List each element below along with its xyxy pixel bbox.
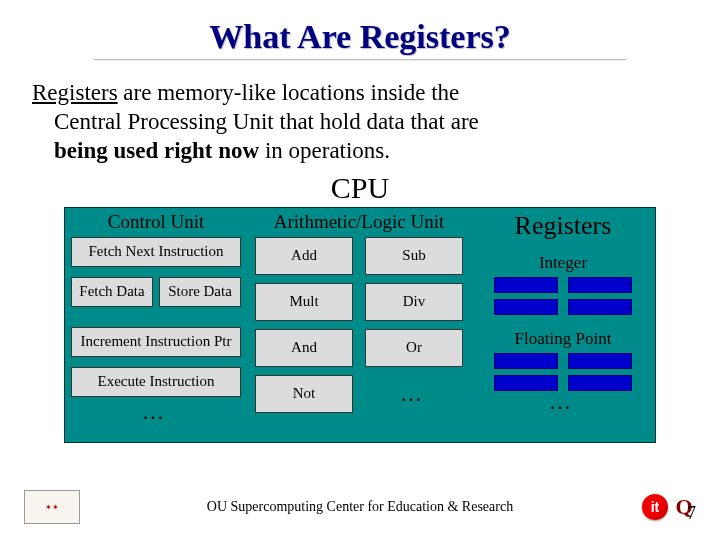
registers-title: Registers [477, 212, 649, 241]
registers-column: Registers Integer Floating Point … [477, 212, 649, 436]
alu-column: Arithmetic/Logic Unit Add Sub Mult Div A… [247, 212, 471, 436]
cell-fetch-data: Fetch Data [71, 277, 153, 307]
alu-title: Arithmetic/Logic Unit [247, 212, 471, 233]
cpu-header: CPU [28, 171, 692, 205]
floating-point-label: Floating Point [477, 329, 649, 349]
def-underlined-term: Registers [32, 80, 118, 105]
alu-ellipsis: … [365, 375, 463, 413]
cell-increment-instruction-ptr: Increment Instruction Ptr [71, 327, 241, 357]
cell-not: Not [255, 375, 353, 413]
cell-store-data: Store Data [159, 277, 241, 307]
def-line1-rest: are memory-like locations inside the [118, 80, 460, 105]
register-block [568, 353, 632, 369]
register-block [494, 299, 558, 315]
footer: ✶✶ OU Supercomputing Center for Educatio… [0, 490, 720, 524]
register-block [568, 375, 632, 391]
cell-and: And [255, 329, 353, 367]
cell-fetch-next-instruction: Fetch Next Instruction [71, 237, 241, 267]
register-block [568, 299, 632, 315]
register-block [568, 277, 632, 293]
def-bold-phrase: being used right now [54, 138, 259, 163]
control-unit-ellipsis: … [71, 407, 241, 425]
it-logo-icon: it [642, 494, 668, 520]
sponsor-logo-icon: ✶✶ [24, 490, 80, 524]
float-registers-row1 [477, 353, 649, 369]
title-underline [94, 59, 625, 61]
cell-div: Div [365, 283, 463, 321]
cell-add: Add [255, 237, 353, 275]
integer-label: Integer [477, 253, 649, 273]
registers-ellipsis: … [477, 397, 649, 415]
cell-execute-instruction: Execute Instruction [71, 367, 241, 397]
integer-registers-row2 [477, 299, 649, 315]
integer-registers-row1 [477, 277, 649, 293]
register-block [494, 277, 558, 293]
slide-title: What Are Registers? [28, 18, 692, 56]
page-number: 7 [687, 503, 696, 524]
def-line2: Central Processing Unit that hold data t… [54, 109, 479, 134]
control-unit-title: Control Unit [71, 212, 241, 233]
cell-or: Or [365, 329, 463, 367]
cell-sub: Sub [365, 237, 463, 275]
footer-center-text: OU Supercomputing Center for Education &… [0, 499, 720, 515]
definition-paragraph: Registers are memory-like locations insi… [28, 79, 692, 165]
control-unit-column: Control Unit Fetch Next Instruction Fetc… [71, 212, 241, 436]
register-block [494, 353, 558, 369]
cell-mult: Mult [255, 283, 353, 321]
cpu-diagram: Control Unit Fetch Next Instruction Fetc… [64, 207, 656, 443]
def-line3-rest: in operations. [259, 138, 390, 163]
